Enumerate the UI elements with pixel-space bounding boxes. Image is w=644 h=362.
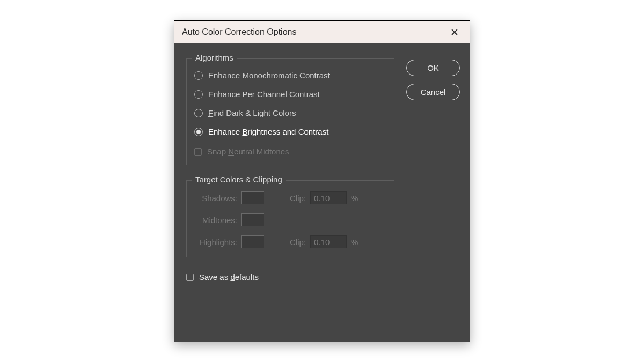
checkbox-snap-neutral-midtones: Snap Neutral Midtones (194, 147, 386, 156)
shadows-clip-input (310, 191, 347, 204)
highlights-swatch (241, 235, 264, 248)
radio-enhance-monochromatic[interactable]: Enhance Monochromatic Contrast (194, 71, 386, 80)
midtones-label: Midtones: (194, 216, 237, 225)
radio-enhance-brightness-contrast[interactable]: Enhance Brightness and Contrast (194, 127, 386, 136)
shadows-row: Shadows: Clip: % (194, 191, 386, 204)
target-grid: Shadows: Clip: % Midtones: Highlights: C… (194, 191, 386, 248)
main-column: Algorithms Enhance Monochromatic Contras… (186, 58, 394, 282)
auto-color-correction-dialog: Auto Color Correction Options ✕ Algorith… (174, 20, 470, 342)
radio-icon (194, 109, 203, 117)
checkbox-icon (194, 148, 202, 156)
percent-label: % (351, 194, 358, 203)
algorithms-legend: Algorithms (192, 53, 237, 62)
checkbox-icon (186, 274, 194, 281)
midtones-swatch (241, 213, 264, 226)
highlights-clip-label: Clip: (290, 238, 306, 247)
radio-icon (194, 71, 203, 80)
radio-icon (194, 90, 203, 99)
checkbox-label: Snap Neutral Midtones (207, 147, 289, 156)
dialog-title: Auto Color Correction Options (182, 27, 296, 37)
dialog-body: Algorithms Enhance Monochromatic Contras… (174, 43, 470, 291)
target-colors-fieldset: Target Colors & Clipping Shadows: Clip: … (186, 180, 394, 257)
radio-icon (194, 128, 203, 136)
radio-label: Find Dark & Light Colors (208, 108, 296, 117)
radio-label: Enhance Monochromatic Contrast (208, 71, 330, 80)
highlights-clip-input (310, 235, 347, 248)
ok-button[interactable]: OK (406, 60, 460, 76)
checkbox-save-as-defaults[interactable]: Save as defaults (186, 272, 394, 282)
checkbox-label: Save as defaults (199, 272, 259, 282)
highlights-row: Highlights: Clip: % (194, 235, 386, 248)
highlights-label: Highlights: (194, 238, 237, 247)
cancel-button[interactable]: Cancel (406, 84, 460, 100)
target-colors-legend: Target Colors & Clipping (192, 175, 286, 184)
percent-label: % (351, 238, 358, 247)
midtones-row: Midtones: (194, 213, 386, 226)
shadows-swatch (241, 191, 264, 204)
algorithms-fieldset: Algorithms Enhance Monochromatic Contras… (186, 58, 394, 165)
shadows-clip-label: Clip: (290, 194, 306, 203)
radio-label: Enhance Brightness and Contrast (208, 127, 328, 136)
radio-find-dark-light[interactable]: Find Dark & Light Colors (194, 108, 386, 117)
radio-label: Enhance Per Channel Contrast (208, 90, 320, 99)
side-column: OK Cancel (406, 58, 460, 282)
close-icon[interactable]: ✕ (446, 24, 463, 41)
radio-enhance-per-channel[interactable]: Enhance Per Channel Contrast (194, 90, 386, 99)
shadows-label: Shadows: (194, 194, 237, 203)
dialog-titlebar: Auto Color Correction Options ✕ (174, 21, 470, 43)
